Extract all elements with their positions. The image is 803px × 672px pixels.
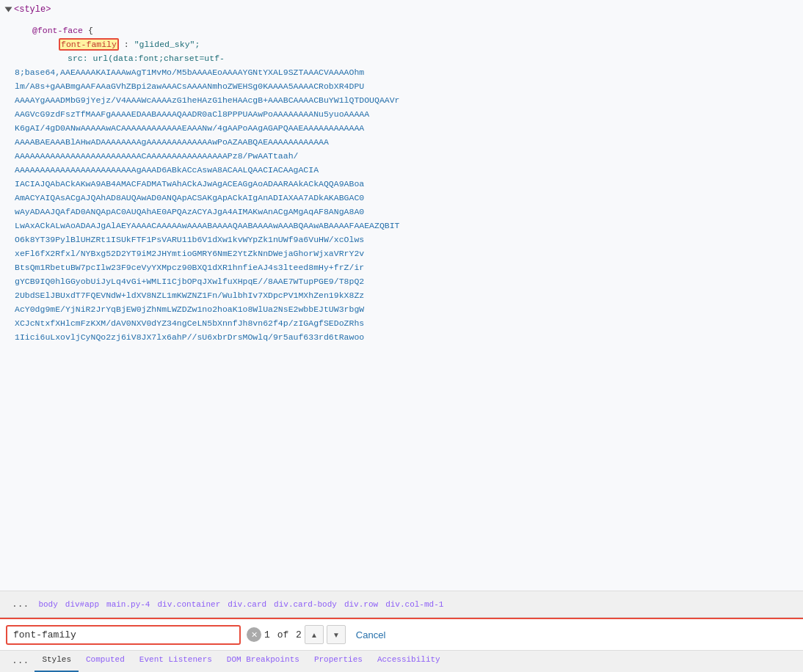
data-content-14: BtsQm1RbetuBW7pcIlw23F9ceVyYXMpcz90BXQ1d… xyxy=(6,263,364,272)
brace-open: { xyxy=(88,26,93,35)
search-next-button[interactable]: ▼ xyxy=(327,625,346,644)
data-content-1: lm/A8s+gAABmgAAFAAaGVhZBpi2awAAACsAAAANm… xyxy=(6,81,364,91)
breadcrumb-main-py4[interactable]: main.py-4 xyxy=(104,599,152,610)
code-area: @font-face { font-family : "glided_sky";… xyxy=(0,19,803,591)
font-family-line: font-family : "glided_sky"; xyxy=(0,37,803,51)
data-line-7: AAAAAAAAAAAAAAAAAAAAAAAAgAAAD6ABkACcAswA… xyxy=(0,163,803,177)
data-content-2: AAAAYgAAADMbG9jYejz/V4AAAWcAAAAzG1heHAzG… xyxy=(6,95,400,105)
font-family-value: "glided_sky"; xyxy=(134,40,200,49)
data-content-11: LwAxACkALwAoADAAJgAlAEYAAAACAAAAAwAAAABA… xyxy=(6,221,400,230)
data-content-19: 1Iici6uLxovljCyNQo2zj6iV8JX7lx6ahP//sU6x… xyxy=(6,332,364,342)
expand-triangle xyxy=(5,7,12,12)
breadcrumb-body[interactable]: body xyxy=(36,599,59,610)
data-content-6: AAAAAAAAAAAAAAAAAAAAAAAAACAAAAAAAAAAAAAA… xyxy=(6,151,298,161)
colon: : xyxy=(124,40,134,49)
data-line-12: O6k8YT39PylBlUHZRt1ISUkFTF1PsVARU11b6V1d… xyxy=(0,233,803,246)
search-prev-button[interactable]: ▲ xyxy=(305,625,324,644)
bottom-tabs: ... Styles Computed Event Listeners DOM … xyxy=(0,650,803,672)
data-line-16: 2UbdSElJBUxdT7FQEVNdW+ldXV8NZL1mKWZNZ1Fn… xyxy=(0,288,803,302)
search-cancel-button[interactable]: Cancel xyxy=(352,627,390,643)
tab-styles[interactable]: Styles xyxy=(34,651,79,672)
data-line-14: BtsQm1RbetuBW7pcIlw23F9ceVyYXMpcz90BXQ1d… xyxy=(0,260,803,274)
breadcrumb-dots[interactable]: ... xyxy=(6,594,34,614)
data-line-4: K6gAI/4gD0ANwAAAAAwACAAAAAAAAAAAAEAAANw/… xyxy=(0,121,803,135)
data-content-4: K6gAI/4gD0ANwAAAAAwACAAAAAAAAAAAAEAAANw/… xyxy=(6,123,364,133)
data-content-8: IACIAJQAbACkAKwA9AB4AMACFADMATwAhACkAJwA… xyxy=(6,179,364,189)
data-line-1: lm/A8s+gAABmgAAFAAaGVhZBpi2awAAACsAAAANm… xyxy=(0,79,803,93)
search-clear-button[interactable]: ✕ xyxy=(247,627,261,642)
at-rule-keyword: @font-face xyxy=(32,26,83,35)
at-font-face-line: @font-face { xyxy=(0,23,803,37)
tab-properties[interactable]: Properties xyxy=(307,651,370,672)
search-controls: ✕ 1 of 2 ▲ ▼ xyxy=(247,625,346,644)
breadcrumb-div-card-body[interactable]: div.card-body xyxy=(272,599,339,610)
data-content-3: AAGVcG9zdFszTfMAAFgAAAAEDAABAAAAQAADR0aC… xyxy=(6,109,369,119)
data-content-9: AmACYAIQAsACgAJQAhAD8AUQAwAD0ANQApACSAKg… xyxy=(6,193,364,202)
search-input[interactable] xyxy=(13,629,233,640)
data-line-10: wAyADAAJQAfAD0ANQApAC0AUQAhAE0APQAzACYAJ… xyxy=(0,205,803,219)
data-line-11: LwAxACkALwAoADAAJgAlAEYAAAACAAAAAwAAAABA… xyxy=(0,219,803,233)
breadcrumb-div-app[interactable]: div#app xyxy=(63,599,101,610)
data-line-8: IACIAJQAbACkAKwA9AB4AMACFADMATwAhACkAJwA… xyxy=(0,177,803,191)
src-property: src: url(data:font;charset=utf- xyxy=(68,54,225,63)
breadcrumb-div-col[interactable]: div.col-md-1 xyxy=(383,599,446,610)
breadcrumb-div-card[interactable]: div.card xyxy=(225,599,269,610)
style-tag-header[interactable]: <style> xyxy=(0,0,803,19)
data-content-0: 8;base64,AAEAAAAKAIAAAwAgT1MvMo/M5bAAAAE… xyxy=(6,67,364,77)
data-line-6: AAAAAAAAAAAAAAAAAAAAAAAAACAAAAAAAAAAAAAA… xyxy=(0,149,803,163)
data-line-18: XCJcNtxfXHlcmFzKXM/dAV0NXV0dYZ34ngCeLN5b… xyxy=(0,316,803,330)
data-line-3: AAGVcG9zdFszTfMAAFgAAAAEDAABAAAAQAADR0aC… xyxy=(0,107,803,121)
tab-dom-breakpoints[interactable]: DOM Breakpoints xyxy=(219,651,307,672)
breadcrumb-div-container[interactable]: div.container xyxy=(155,599,222,610)
data-line-5: AAAABAEAAABlAHwADAAAAAAAAgAAAAAAAAAAAAAw… xyxy=(0,135,803,149)
data-line-0: 8;base64,AAEAAAAKAIAAAwAgT1MvMo/M5bAAAAE… xyxy=(0,65,803,79)
tab-accessibility[interactable]: Accessibility xyxy=(370,651,448,672)
data-content-18: XCJcNtxfXHlcmFzKXM/dAV0NXV0dYZ34ngCeLN5b… xyxy=(6,318,364,328)
bottom-tabs-dots[interactable]: ... xyxy=(6,651,34,672)
data-content-12: O6k8YT39PylBlUHZRt1ISUkFTF1PsVARU11b6V1d… xyxy=(6,235,364,244)
data-line-17: AcY0dg9mE/YjNiR2JrYqBjEW0jZhNmLWZDZw1no2… xyxy=(0,302,803,316)
tab-event-listeners[interactable]: Event Listeners xyxy=(132,651,219,672)
breadcrumb-bar: ... body div#app main.py-4 div.container… xyxy=(0,591,803,618)
font-family-property: font-family xyxy=(59,38,119,51)
tab-computed[interactable]: Computed xyxy=(79,651,132,672)
search-bar: ✕ 1 of 2 ▲ ▼ Cancel xyxy=(0,618,803,650)
data-line-13: xeFl6fX2Rfxl/NYBxg52D2YT9iM2JHYmtioGMRY6… xyxy=(0,246,803,260)
data-content-5: AAAABAEAAABlAHwADAAAAAAAAgAAAAAAAAAAAAAw… xyxy=(6,137,329,147)
data-line-19: 1Iici6uLxovljCyNQo2zj6iV8JX7lx6ahP//sU6x… xyxy=(0,330,803,344)
data-content-13: xeFl6fX2Rfxl/NYBxg52D2YT9iM2JHYmtioGMRY6… xyxy=(6,249,364,258)
search-result-current: 1 of 2 xyxy=(264,629,302,640)
data-line-2: AAAAYgAAADMbG9jYejz/V4AAAWcAAAAzG1heHAzG… xyxy=(0,93,803,107)
data-content-16: 2UbdSElJBUxdT7FQEVNdW+ldXV8NZL1mKWZNZ1Fn… xyxy=(6,291,364,300)
devtools-panel: <style> @font-face { font-family : "glid… xyxy=(0,0,803,672)
data-line-9: AmACYAIQAsACgAJQAhAD8AUQAwAD0ANQApACSAKg… xyxy=(0,191,803,205)
data-content-15: gYCB9IQ0hlGGyobUiJyLq4vGi+WMLI1CjbOPqJXw… xyxy=(6,277,364,286)
search-input-wrapper[interactable] xyxy=(6,625,241,645)
style-tag-label: <style> xyxy=(14,4,51,15)
data-content-10: wAyADAAJQAfAD0ANQApAC0AUQAhAE0APQAzACYAJ… xyxy=(6,207,364,216)
src-line: src: url(data:font;charset=utf- xyxy=(0,51,803,65)
breadcrumb-div-row[interactable]: div.row xyxy=(342,599,380,610)
data-content-7: AAAAAAAAAAAAAAAAAAAAAAAAgAAAD6ABkACcAswA… xyxy=(6,165,319,175)
data-line-15: gYCB9IQ0hlGGyobUiJyLq4vGi+WMLI1CjbOPqJXw… xyxy=(0,274,803,288)
data-content-17: AcY0dg9mE/YjNiR2JrYqBjEW0jZhNmLWZDZw1no2… xyxy=(6,304,364,314)
